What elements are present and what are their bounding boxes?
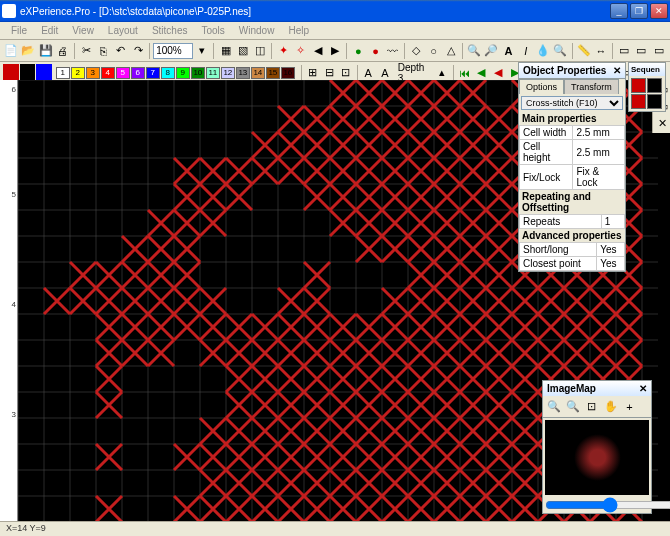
grid2-icon[interactable]: ▧ — [235, 42, 251, 59]
sequence-panel: Sequen — [628, 62, 666, 112]
imagemap-preview[interactable] — [545, 420, 649, 495]
play-prev-icon[interactable]: ◀ — [474, 64, 490, 81]
snap-icon[interactable]: ◫ — [252, 42, 268, 59]
window-title: eXPerience.Pro - [D:\stc\stcdata\picone\… — [20, 6, 610, 17]
text2-icon[interactable]: A — [377, 64, 393, 81]
imap-hand-icon[interactable]: ✋ — [602, 398, 619, 415]
save-icon[interactable]: 💾 — [38, 42, 54, 59]
imap-zoomout-icon[interactable]: 🔍 — [564, 398, 581, 415]
black-swatch[interactable] — [20, 64, 36, 81]
copy-icon[interactable]: ⎘ — [95, 42, 111, 59]
search-icon[interactable]: 🔍 — [552, 42, 568, 59]
color-3[interactable]: 3 — [86, 67, 100, 79]
seq-cell-4[interactable] — [647, 94, 662, 109]
blue-swatch[interactable] — [36, 64, 52, 81]
color-11[interactable]: 11 — [206, 67, 220, 79]
zoom-out-icon[interactable]: 🔎 — [483, 42, 499, 59]
layer2-icon[interactable]: ▭ — [633, 42, 649, 59]
menu-bar: File Edit View Layout Stitches Tools Win… — [0, 22, 670, 40]
measure-icon[interactable]: ↔ — [593, 42, 609, 59]
color-16[interactable]: 16 — [281, 67, 295, 79]
menu-edit[interactable]: Edit — [34, 23, 65, 38]
zoom-dropdown-icon[interactable]: ▾ — [194, 42, 210, 59]
menu-stitches[interactable]: Stitches — [145, 23, 195, 38]
repeat-header: Repeating and Offsetting — [519, 190, 625, 214]
panel-close-icon[interactable]: ✕ — [613, 65, 621, 76]
seq-cell-1[interactable] — [631, 78, 646, 93]
shape2-icon[interactable]: ○ — [425, 42, 441, 59]
color-9[interactable]: 9 — [176, 67, 190, 79]
tab-options[interactable]: Options — [519, 79, 564, 94]
eyedrop-icon[interactable]: 💧 — [535, 42, 551, 59]
imagemap-panel: ImageMap✕ 🔍 🔍 ⊡ ✋ + 450% — [542, 380, 652, 514]
color-1[interactable]: 1 — [56, 67, 70, 79]
close-button[interactable]: ✕ — [650, 3, 668, 19]
depth-up-icon[interactable]: ▴ — [434, 64, 450, 81]
menu-view[interactable]: View — [65, 23, 101, 38]
minimize-button[interactable]: _ — [610, 3, 628, 19]
stitch-red-icon[interactable]: ✦ — [275, 42, 291, 59]
zoom-combo[interactable] — [153, 43, 193, 59]
menu-help[interactable]: Help — [281, 23, 316, 38]
green-dot-icon[interactable]: ● — [350, 42, 366, 59]
tab-transform[interactable]: Transform — [564, 79, 619, 94]
seq-cell-3[interactable] — [631, 94, 646, 109]
shape1-icon[interactable]: ◇ — [408, 42, 424, 59]
play-stop-icon[interactable]: ◀ — [490, 64, 506, 81]
stitch-red2-icon[interactable]: ✧ — [292, 42, 308, 59]
imagemap-title: ImageMap — [547, 383, 596, 394]
path-icon[interactable]: 〰 — [385, 42, 401, 59]
arrow-right-icon[interactable]: ▶ — [327, 42, 343, 59]
color-12[interactable]: 12 — [221, 67, 235, 79]
text-I-icon[interactable]: I — [518, 42, 534, 59]
color-15[interactable]: 15 — [266, 67, 280, 79]
stitch-type-select[interactable]: Cross-stitch (F10) — [521, 96, 623, 110]
grid-icon[interactable]: ▦ — [217, 42, 233, 59]
align2-icon[interactable]: ⊟ — [321, 64, 337, 81]
menu-layout[interactable]: Layout — [101, 23, 145, 38]
shape3-icon[interactable]: △ — [443, 42, 459, 59]
imagemap-close-icon[interactable]: ✕ — [639, 383, 647, 394]
zoom-in-icon[interactable]: 🔍 — [466, 42, 482, 59]
maximize-button[interactable]: ❐ — [630, 3, 648, 19]
red-swatch[interactable] — [3, 64, 19, 81]
text-A-icon[interactable]: A — [500, 42, 516, 59]
imap-plus-icon[interactable]: + — [621, 398, 638, 415]
color-6[interactable]: 6 — [131, 67, 145, 79]
color-8[interactable]: 8 — [161, 67, 175, 79]
menu-window[interactable]: Window — [232, 23, 282, 38]
open-icon[interactable]: 📂 — [20, 42, 36, 59]
app-icon — [2, 4, 16, 18]
layer-icon[interactable]: ▭ — [616, 42, 632, 59]
align3-icon[interactable]: ⊡ — [338, 64, 354, 81]
print-icon[interactable]: 🖨 — [55, 42, 71, 59]
color-7[interactable]: 7 — [146, 67, 160, 79]
arrow-left-icon[interactable]: ◀ — [310, 42, 326, 59]
object-properties-panel: Object Properties✕ Options Transform Cro… — [518, 62, 626, 272]
menu-file[interactable]: File — [4, 23, 34, 38]
play-start-icon[interactable]: ⏮ — [457, 64, 473, 81]
color-10[interactable]: 10 — [191, 67, 205, 79]
new-icon[interactable]: 📄 — [3, 42, 19, 59]
seq-cell-2[interactable] — [647, 78, 662, 93]
cut-icon[interactable]: ✂ — [78, 42, 94, 59]
color-5[interactable]: 5 — [116, 67, 130, 79]
red-dot-icon[interactable]: ● — [368, 42, 384, 59]
layer3-icon[interactable]: ▭ — [651, 42, 667, 59]
ruler-icon[interactable]: 📏 — [576, 42, 592, 59]
redo-icon[interactable]: ↷ — [130, 42, 146, 59]
undo-icon[interactable]: ↶ — [113, 42, 129, 59]
imap-fit-icon[interactable]: ⊡ — [583, 398, 600, 415]
imagemap-zoom-slider[interactable] — [545, 499, 670, 511]
color-13[interactable]: 13 — [236, 67, 250, 79]
main-props-header: Main properties — [519, 112, 625, 125]
rtool3-icon[interactable]: ✕ — [655, 116, 670, 131]
color-2[interactable]: 2 — [71, 67, 85, 79]
align1-icon[interactable]: ⊞ — [305, 64, 321, 81]
color-14[interactable]: 14 — [251, 67, 265, 79]
imap-zoomin-icon[interactable]: 🔍 — [545, 398, 562, 415]
adv-header: Advanced properties — [519, 229, 625, 242]
color-4[interactable]: 4 — [101, 67, 115, 79]
menu-tools[interactable]: Tools — [194, 23, 231, 38]
text-icon[interactable]: A — [360, 64, 376, 81]
